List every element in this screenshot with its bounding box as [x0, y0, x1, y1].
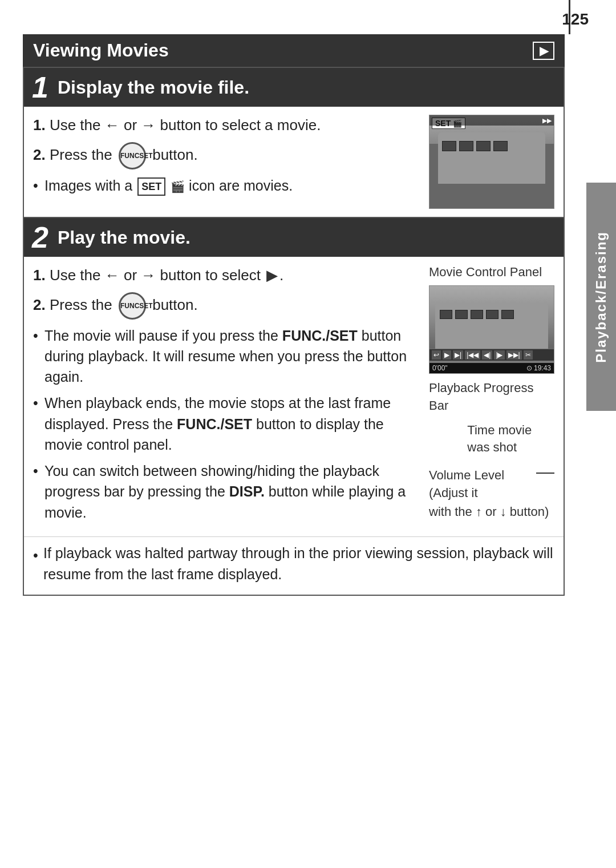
step2-bullet3: You can switch between showing/hiding th… [33, 461, 418, 523]
step1-instr1: 1. Use the ← or → button to select a mov… [33, 115, 418, 136]
full-bullet-item: • If playback was halted partway through… [33, 543, 554, 586]
step1-camera-image: SET 🎬 ▶▶ [429, 115, 554, 209]
step1-bullet1: Images with a SET 🎬 icon are movies. [33, 175, 418, 196]
step1-header: 1 Display the movie file. [24, 68, 564, 107]
movie-control-label: Movie Control Panel [429, 265, 554, 280]
side-tab: Playback/Erasing [586, 183, 616, 411]
step2-camera-image: ↩ ▶ ▶| |◀◀ ◀| |▶ ▶▶| ✂ 0'00" ⊙ 19:4 [429, 285, 554, 374]
time-label: Time movie was shot [467, 422, 554, 457]
set-icon-badge: SET [137, 177, 165, 196]
playback-progress-annotation: Playback Progress Bar [429, 380, 554, 415]
section-title-bar: Viewing Movies ▶ [23, 34, 565, 67]
movie-icon: 🎬 [171, 180, 185, 193]
step1-number: 1 [32, 72, 48, 102]
volume-suffix-annotation: with the ↑ or ↓ button) [429, 503, 554, 521]
step2-bullet2: When playback ends, the movie stops at t… [33, 393, 418, 455]
step1-instr1-text: 1. Use the ← or → button to select a mov… [33, 116, 321, 134]
side-tab-label: Playback/Erasing [593, 231, 609, 363]
time-annotation: Time movie was shot [429, 422, 554, 457]
step2-bullet1: The movie will pause if you press the FU… [33, 325, 418, 387]
step2-body: 1. Use the ← or → button to select . 2. … [24, 257, 564, 536]
func-set-button-1: FUNCSET [119, 142, 146, 169]
step1-instr2: 2. Press the FUNCSET button. [33, 142, 418, 169]
volume-suffix: with the ↑ or ↓ button) [429, 503, 549, 521]
section-title: Viewing Movies [33, 40, 169, 61]
step1-section: 1 Display the movie file. 1. Use the ← o… [23, 67, 565, 218]
playback-mode-icon: ▶ [533, 42, 554, 60]
step2-number: 2 [32, 223, 48, 252]
playback-progress-label: Playback Progress Bar [429, 380, 554, 415]
step2-annotations: Playback Progress Bar Time movie was sho… [429, 380, 554, 522]
full-bullet-text: If playback was halted partway through i… [43, 543, 554, 586]
step1-image: SET 🎬 ▶▶ [429, 115, 554, 209]
main-content: Viewing Movies ▶ 1 Display the movie fil… [23, 34, 565, 845]
volume-annotation: Volume Level (Adjust it [429, 467, 554, 502]
step1-instructions: 1. Use the ← or → button to select a mov… [33, 115, 418, 209]
step2-instr1: 1. Use the ← or → button to select . [33, 265, 418, 286]
step1-body: 1. Use the ← or → button to select a mov… [24, 107, 564, 217]
step1-title: Display the movie file. [58, 77, 249, 98]
step2-instr2: 2. Press the FUNCSET button. [33, 292, 418, 320]
bullet-dot: • [33, 545, 39, 567]
step2-title: Play the movie. [58, 227, 191, 248]
step2-header: 2 Play the movie. [24, 218, 564, 257]
volume-label: Volume Level (Adjust it [429, 467, 532, 502]
step2-full-bullet: • If playback was halted partway through… [24, 536, 564, 595]
step2-instructions: 1. Use the ← or → button to select . 2. … [33, 265, 418, 528]
train-image-1: SET 🎬 ▶▶ [429, 115, 554, 208]
step2-section: 2 Play the movie. 1. Use the ← or → butt… [23, 218, 565, 596]
page-number: 125 [562, 10, 589, 29]
func-set-button-2: FUNCSET [119, 292, 146, 320]
step2-image-area: Movie Control Panel [429, 265, 554, 528]
